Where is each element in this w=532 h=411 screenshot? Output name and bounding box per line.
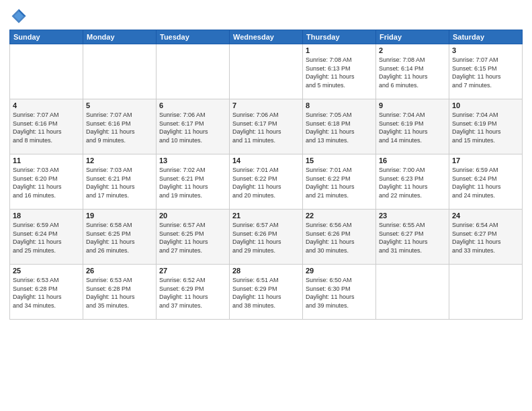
day-number: 4	[13, 101, 80, 109]
calendar-cell: 17Sunrise: 6:59 AM Sunset: 6:24 PM Dayli…	[449, 154, 523, 210]
calendar-header-cell: Sunday	[10, 30, 83, 44]
calendar-cell: 18Sunrise: 6:59 AM Sunset: 6:24 PM Dayli…	[10, 210, 83, 265]
day-info: Sunrise: 7:01 AM Sunset: 6:22 PM Dayligh…	[306, 166, 373, 199]
calendar-header-row: SundayMondayTuesdayWednesdayThursdayFrid…	[10, 30, 523, 44]
day-info: Sunrise: 7:08 AM Sunset: 6:14 PM Dayligh…	[379, 56, 446, 89]
logo	[9, 7, 31, 26]
day-info: Sunrise: 7:03 AM Sunset: 6:21 PM Dayligh…	[86, 166, 153, 199]
day-number: 2	[379, 46, 446, 54]
calendar-cell: 13Sunrise: 7:02 AM Sunset: 6:21 PM Dayli…	[157, 154, 230, 210]
day-info: Sunrise: 6:59 AM Sunset: 6:24 PM Dayligh…	[452, 166, 519, 199]
day-info: Sunrise: 7:07 AM Sunset: 6:15 PM Dayligh…	[452, 56, 519, 89]
day-info: Sunrise: 6:55 AM Sunset: 6:27 PM Dayligh…	[379, 221, 446, 255]
calendar-cell: 21Sunrise: 6:57 AM Sunset: 6:26 PM Dayli…	[230, 210, 303, 265]
day-number: 10	[452, 101, 519, 109]
day-number: 21	[232, 212, 300, 220]
calendar-cell: 23Sunrise: 6:55 AM Sunset: 6:27 PM Dayli…	[376, 210, 449, 265]
day-number: 27	[159, 267, 226, 275]
calendar-cell: 16Sunrise: 7:00 AM Sunset: 6:23 PM Dayli…	[376, 154, 449, 210]
calendar-week-row: 18Sunrise: 6:59 AM Sunset: 6:24 PM Dayli…	[10, 210, 523, 265]
day-info: Sunrise: 7:02 AM Sunset: 6:21 PM Dayligh…	[159, 166, 226, 199]
day-number: 28	[232, 267, 300, 275]
day-info: Sunrise: 7:04 AM Sunset: 6:19 PM Dayligh…	[379, 111, 446, 144]
day-number: 7	[232, 101, 300, 109]
day-number: 26	[86, 267, 153, 275]
day-info: Sunrise: 7:07 AM Sunset: 6:16 PM Dayligh…	[13, 111, 80, 144]
calendar-cell: 15Sunrise: 7:01 AM Sunset: 6:22 PM Dayli…	[303, 154, 376, 210]
calendar-cell: 28Sunrise: 6:51 AM Sunset: 6:29 PM Dayli…	[230, 265, 303, 320]
day-info: Sunrise: 6:53 AM Sunset: 6:28 PM Dayligh…	[13, 276, 80, 310]
day-number: 22	[306, 212, 373, 220]
day-number: 1	[306, 46, 373, 54]
day-info: Sunrise: 7:07 AM Sunset: 6:16 PM Dayligh…	[86, 111, 153, 144]
day-number: 8	[306, 101, 373, 109]
day-info: Sunrise: 6:51 AM Sunset: 6:29 PM Dayligh…	[232, 276, 300, 310]
day-info: Sunrise: 6:50 AM Sunset: 6:30 PM Dayligh…	[306, 276, 373, 310]
calendar-cell: 10Sunrise: 7:04 AM Sunset: 6:19 PM Dayli…	[449, 99, 523, 154]
day-info: Sunrise: 6:58 AM Sunset: 6:25 PM Dayligh…	[86, 221, 153, 255]
calendar-header-cell: Wednesday	[230, 30, 303, 44]
calendar-cell: 27Sunrise: 6:52 AM Sunset: 6:29 PM Dayli…	[157, 265, 230, 320]
day-info: Sunrise: 7:04 AM Sunset: 6:19 PM Dayligh…	[452, 111, 519, 144]
calendar-week-row: 1Sunrise: 7:08 AM Sunset: 6:13 PM Daylig…	[10, 44, 523, 99]
day-number: 15	[306, 156, 373, 165]
day-number: 18	[13, 212, 80, 220]
calendar-week-row: 25Sunrise: 6:53 AM Sunset: 6:28 PM Dayli…	[10, 265, 523, 320]
calendar-cell	[230, 44, 303, 99]
day-info: Sunrise: 6:54 AM Sunset: 6:27 PM Dayligh…	[452, 221, 519, 255]
calendar-cell: 3Sunrise: 7:07 AM Sunset: 6:15 PM Daylig…	[449, 44, 523, 99]
calendar-cell: 11Sunrise: 7:03 AM Sunset: 6:20 PM Dayli…	[10, 154, 83, 210]
day-info: Sunrise: 6:57 AM Sunset: 6:25 PM Dayligh…	[159, 221, 226, 255]
day-number: 19	[86, 212, 153, 220]
day-number: 24	[452, 212, 519, 220]
calendar-cell: 29Sunrise: 6:50 AM Sunset: 6:30 PM Dayli…	[303, 265, 376, 320]
day-info: Sunrise: 7:06 AM Sunset: 6:17 PM Dayligh…	[232, 111, 300, 144]
day-info: Sunrise: 7:01 AM Sunset: 6:22 PM Dayligh…	[232, 166, 300, 199]
logo-icon	[9, 7, 28, 26]
day-info: Sunrise: 6:52 AM Sunset: 6:29 PM Dayligh…	[159, 276, 226, 310]
day-number: 9	[379, 101, 446, 109]
calendar-cell: 6Sunrise: 7:06 AM Sunset: 6:17 PM Daylig…	[157, 99, 230, 154]
calendar-header-cell: Monday	[83, 30, 157, 44]
day-info: Sunrise: 6:53 AM Sunset: 6:28 PM Dayligh…	[86, 276, 153, 310]
day-number: 12	[86, 156, 153, 165]
calendar-cell	[157, 44, 230, 99]
calendar-cell: 24Sunrise: 6:54 AM Sunset: 6:27 PM Dayli…	[449, 210, 523, 265]
calendar-cell	[376, 265, 449, 320]
day-number: 29	[306, 267, 373, 275]
day-number: 11	[13, 156, 80, 165]
calendar-cell: 7Sunrise: 7:06 AM Sunset: 6:17 PM Daylig…	[230, 99, 303, 154]
calendar-cell: 20Sunrise: 6:57 AM Sunset: 6:25 PM Dayli…	[157, 210, 230, 265]
calendar-header-cell: Saturday	[449, 30, 523, 44]
day-number: 6	[159, 101, 226, 109]
day-info: Sunrise: 7:06 AM Sunset: 6:17 PM Dayligh…	[159, 111, 226, 144]
calendar-body: 1Sunrise: 7:08 AM Sunset: 6:13 PM Daylig…	[10, 44, 523, 320]
day-number: 17	[452, 156, 519, 165]
calendar-cell: 8Sunrise: 7:05 AM Sunset: 6:18 PM Daylig…	[303, 99, 376, 154]
calendar-cell: 2Sunrise: 7:08 AM Sunset: 6:14 PM Daylig…	[376, 44, 449, 99]
calendar-week-row: 11Sunrise: 7:03 AM Sunset: 6:20 PM Dayli…	[10, 154, 523, 210]
day-number: 14	[232, 156, 300, 165]
calendar-cell: 25Sunrise: 6:53 AM Sunset: 6:28 PM Dayli…	[10, 265, 83, 320]
calendar-cell	[10, 44, 83, 99]
day-info: Sunrise: 6:56 AM Sunset: 6:26 PM Dayligh…	[306, 221, 373, 255]
calendar-cell	[83, 44, 157, 99]
day-info: Sunrise: 7:08 AM Sunset: 6:13 PM Dayligh…	[306, 56, 373, 89]
day-number: 20	[159, 212, 226, 220]
calendar-cell: 19Sunrise: 6:58 AM Sunset: 6:25 PM Dayli…	[83, 210, 157, 265]
calendar-cell: 22Sunrise: 6:56 AM Sunset: 6:26 PM Dayli…	[303, 210, 376, 265]
header	[9, 7, 523, 26]
day-number: 5	[86, 101, 153, 109]
day-info: Sunrise: 7:00 AM Sunset: 6:23 PM Dayligh…	[379, 166, 446, 199]
day-info: Sunrise: 6:57 AM Sunset: 6:26 PM Dayligh…	[232, 221, 300, 255]
day-number: 3	[452, 46, 519, 54]
page: SundayMondayTuesdayWednesdayThursdayFrid…	[0, 0, 532, 411]
calendar-table: SundayMondayTuesdayWednesdayThursdayFrid…	[9, 30, 523, 320]
day-number: 16	[379, 156, 446, 165]
calendar-cell: 1Sunrise: 7:08 AM Sunset: 6:13 PM Daylig…	[303, 44, 376, 99]
day-info: Sunrise: 7:05 AM Sunset: 6:18 PM Dayligh…	[306, 111, 373, 144]
day-number: 23	[379, 212, 446, 220]
calendar-cell: 5Sunrise: 7:07 AM Sunset: 6:16 PM Daylig…	[83, 99, 157, 154]
calendar-cell: 12Sunrise: 7:03 AM Sunset: 6:21 PM Dayli…	[83, 154, 157, 210]
calendar-cell	[449, 265, 523, 320]
